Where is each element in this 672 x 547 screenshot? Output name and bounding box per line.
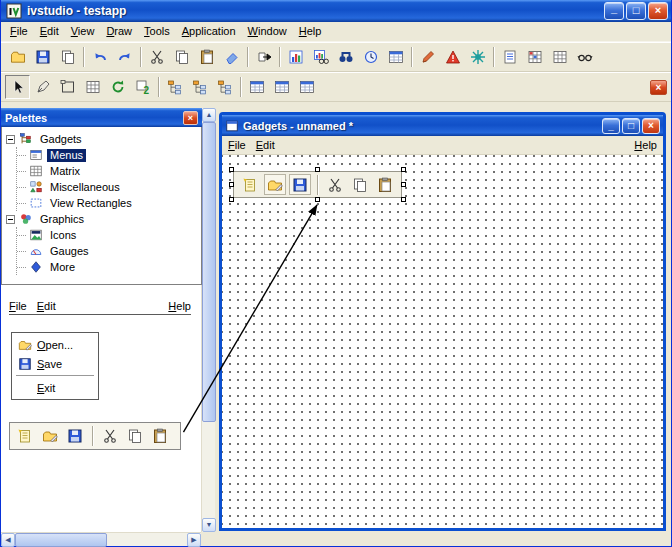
gadgets-menu-help[interactable]: Help: [634, 139, 657, 151]
horizontal-scrollbar[interactable]: ◀ ▶: [1, 532, 201, 546]
copy-button[interactable]: [169, 45, 194, 69]
tree-node-gauges[interactable]: Gauges: [17, 243, 199, 259]
palettes-close-button[interactable]: ×: [183, 111, 198, 125]
refresh-button[interactable]: [105, 75, 130, 99]
tree-node-miscellaneous[interactable]: Miscellaneous: [17, 179, 199, 195]
settings-button[interactable]: [465, 45, 490, 69]
minimize-button[interactable]: _: [604, 2, 624, 20]
open-button[interactable]: [39, 426, 61, 447]
hierarchy-1-button[interactable]: [162, 75, 187, 99]
vertical-scroll-thumb[interactable]: [202, 122, 216, 422]
new-button[interactable]: [239, 174, 261, 195]
table-3-button[interactable]: [294, 75, 319, 99]
paste-button[interactable]: [194, 45, 219, 69]
tree-node-graphics[interactable]: Graphics: [4, 211, 199, 227]
view-button[interactable]: [572, 45, 597, 69]
menu-tools[interactable]: Tools: [138, 23, 176, 40]
design-canvas[interactable]: [222, 155, 663, 528]
chart-view-button[interactable]: [308, 45, 333, 69]
paste-button[interactable]: [149, 426, 171, 447]
scroll-up-button[interactable]: ▲: [202, 108, 216, 122]
find-button[interactable]: [333, 45, 358, 69]
selection-handle[interactable]: [315, 197, 320, 202]
menu-item-exit[interactable]: Exit: [13, 378, 97, 397]
gadgets-minimize-button[interactable]: _: [602, 118, 620, 134]
open-button[interactable]: [264, 174, 286, 195]
selection-handle[interactable]: [401, 197, 406, 202]
cut-button[interactable]: [144, 45, 169, 69]
grid-colored-button[interactable]: [522, 45, 547, 69]
selection-handle[interactable]: [401, 182, 406, 187]
tree-node-matrix[interactable]: Matrix: [17, 163, 199, 179]
toolbar-close-button[interactable]: ×: [650, 80, 667, 95]
grid-tool-button[interactable]: [80, 75, 105, 99]
menu-item-open[interactable]: Open...: [13, 335, 97, 354]
toolbar-widget[interactable]: [233, 171, 402, 198]
menu-file[interactable]: File: [4, 23, 34, 40]
grid-button[interactable]: [547, 45, 572, 69]
tree-node-gadgets[interactable]: Gadgets: [4, 131, 199, 147]
save-button[interactable]: [289, 174, 311, 195]
scroll-down-button[interactable]: ▼: [202, 518, 216, 532]
cut-button[interactable]: [324, 174, 346, 195]
selection-handle[interactable]: [401, 167, 406, 172]
redo-button[interactable]: [112, 45, 137, 69]
selected-toolbar-widget[interactable]: [233, 171, 402, 198]
erase-button[interactable]: [219, 45, 244, 69]
collapse-expander-icon[interactable]: [6, 215, 15, 224]
palettes-titlebar[interactable]: Palettes ×: [1, 108, 202, 127]
chart-button[interactable]: [283, 45, 308, 69]
copy-button[interactable]: [124, 426, 146, 447]
preview-menu-edit[interactable]: Edit: [37, 300, 56, 312]
undo-button[interactable]: [87, 45, 112, 69]
alert-button[interactable]: [440, 45, 465, 69]
hierarchy-3-button[interactable]: [212, 75, 237, 99]
run-button[interactable]: [251, 45, 276, 69]
pointer-tool-button[interactable]: [5, 75, 30, 99]
open-button[interactable]: [5, 45, 30, 69]
copy-page-button[interactable]: [55, 45, 80, 69]
paste-button[interactable]: [374, 174, 396, 195]
vertical-scrollbar[interactable]: ▲ ▼: [201, 108, 215, 532]
menu-help[interactable]: Help: [293, 23, 328, 40]
save-button[interactable]: [30, 45, 55, 69]
hierarchy-2-button[interactable]: [187, 75, 212, 99]
gadgets-titlebar[interactable]: Gadgets - unnamed * _ □ ×: [222, 115, 663, 136]
tree-node-menus[interactable]: Menus: [17, 147, 199, 163]
preview-menu-help[interactable]: Help: [168, 300, 191, 312]
preview-2-button[interactable]: [130, 75, 155, 99]
tree-node-more[interactable]: More: [17, 259, 199, 275]
table-2-button[interactable]: [269, 75, 294, 99]
close-button[interactable]: ×: [648, 2, 668, 20]
collapse-expander-icon[interactable]: [6, 135, 15, 144]
selection-handle[interactable]: [315, 167, 320, 172]
cut-button[interactable]: [99, 426, 121, 447]
gadgets-menu-file[interactable]: File: [228, 139, 246, 151]
selection-handle[interactable]: [229, 182, 234, 187]
gadgets-menu-edit[interactable]: Edit: [256, 139, 275, 151]
selection-handle[interactable]: [229, 167, 234, 172]
draw-button[interactable]: [415, 45, 440, 69]
preview-menu-file[interactable]: File: [9, 300, 27, 312]
save-button[interactable]: [64, 426, 86, 447]
maximize-button[interactable]: □: [626, 2, 646, 20]
new-button[interactable]: [14, 426, 36, 447]
gadgets-close-button[interactable]: ×: [642, 118, 660, 134]
menu-window[interactable]: Window: [242, 23, 293, 40]
scroll-left-button[interactable]: ◀: [1, 533, 15, 547]
table-1-button[interactable]: [244, 75, 269, 99]
frame-tool-button[interactable]: [55, 75, 80, 99]
scroll-right-button[interactable]: ▶: [187, 533, 201, 547]
pen-tool-button[interactable]: [30, 75, 55, 99]
copy-button[interactable]: [349, 174, 371, 195]
menu-edit[interactable]: Edit: [34, 23, 65, 40]
notes-button[interactable]: [497, 45, 522, 69]
menu-application[interactable]: Application: [176, 23, 242, 40]
gadgets-maximize-button[interactable]: □: [622, 118, 640, 134]
menu-draw[interactable]: Draw: [100, 23, 138, 40]
clock-button[interactable]: [358, 45, 383, 69]
tree-node-icons[interactable]: Icons: [17, 227, 199, 243]
selection-handle[interactable]: [229, 197, 234, 202]
table-button[interactable]: [383, 45, 408, 69]
menu-item-save[interactable]: Save: [13, 354, 97, 373]
